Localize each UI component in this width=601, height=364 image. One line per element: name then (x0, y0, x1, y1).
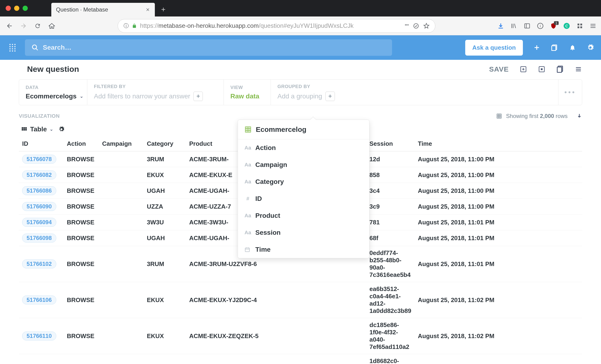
id-pill[interactable]: 51766098 (22, 233, 56, 243)
back-button[interactable] (5, 21, 14, 30)
bookmark-icon[interactable] (423, 23, 430, 29)
qb-view-section[interactable]: VIEW Raw data (224, 80, 271, 105)
table-row[interactable]: 51766110 BROWSE EKUX ACME-EKUX-ZEQZEK-5 … (19, 318, 582, 354)
download-icon[interactable] (577, 112, 582, 120)
browser-tab-active[interactable]: Question · Metabase (51, 3, 155, 17)
cell-action: BROWSE (63, 354, 99, 364)
id-pill[interactable]: 51766110 (22, 332, 56, 340)
tab-close-icon[interactable] (145, 7, 150, 12)
url-bar[interactable]: ⓘ https://metabase-on-heroku.herokuapp.c… (118, 19, 435, 33)
url-text: https://metabase-on-heroku.herokuapp.com… (140, 22, 401, 30)
menu-icon[interactable] (590, 23, 596, 29)
svg-point-22 (32, 45, 37, 49)
qb-filter-label: FILTERED BY (94, 84, 217, 89)
gear-icon[interactable] (586, 44, 594, 51)
qb-data-section[interactable]: DATA Ecommercelogs⌄ (19, 80, 87, 105)
popover-item-label: Session (255, 229, 280, 236)
svg-rect-31 (497, 114, 501, 118)
home-button[interactable] (47, 21, 57, 30)
metabase-logo-icon[interactable] (7, 42, 18, 53)
add-to-dashboard-icon[interactable] (520, 65, 527, 73)
new-tab-button[interactable]: + (158, 4, 169, 15)
cell-time: August 25, 2018, 11:00 PM (415, 152, 582, 167)
info-icon[interactable]: i (537, 23, 544, 29)
field-type-icon: Aa (244, 230, 251, 236)
popover-item[interactable]: #ID (238, 190, 369, 207)
ask-question-button[interactable]: Ask a question (465, 40, 523, 56)
chevron-down-icon: ⌄ (50, 127, 53, 132)
cell-time: August 25, 2018, 11:00 PM (415, 199, 582, 214)
svg-point-16 (10, 48, 10, 50)
popover-item[interactable]: AaCampaign (238, 156, 369, 173)
popover-title: Ecommercelog (256, 125, 306, 133)
popover-item[interactable]: AaAction (238, 139, 369, 156)
column-header-campaign[interactable]: Campaign (99, 136, 144, 152)
bell-icon[interactable] (569, 44, 577, 51)
add-grouping-button[interactable]: + (325, 91, 335, 101)
tab-bar: Question · Metabase + (51, 0, 169, 17)
window-close-button[interactable] (6, 6, 11, 11)
field-type-icon: # (244, 196, 251, 202)
popover-item[interactable]: Time (238, 241, 369, 258)
downloads-icon[interactable] (498, 23, 504, 29)
popover-item[interactable]: AaProduct (238, 207, 369, 224)
settings-gear-icon[interactable] (58, 126, 64, 132)
window-maximize-button[interactable] (23, 6, 28, 11)
cell-action: BROWSE (63, 199, 99, 214)
search-box[interactable] (25, 39, 392, 56)
cell-action: BROWSE (63, 167, 99, 183)
qb-filter-section: FILTERED BY Add filters to narrow your a… (87, 80, 224, 105)
visualization-type-picker[interactable]: Table ⌄ (21, 125, 53, 133)
history-icon[interactable] (556, 65, 564, 73)
save-button[interactable]: SAVE (489, 65, 509, 73)
id-pill[interactable]: 51766106 (22, 295, 56, 304)
id-pill[interactable]: 51766086 (22, 186, 56, 195)
search-input[interactable] (43, 44, 385, 51)
window-minimize-button[interactable] (14, 6, 19, 11)
qb-view-label: VIEW (230, 85, 264, 90)
cell-campaign (99, 318, 144, 354)
column-header-time[interactable]: Time (415, 136, 582, 152)
column-header-category[interactable]: Category (144, 136, 186, 152)
library-icon[interactable] (511, 23, 517, 29)
qb-more-button[interactable]: ••• (558, 80, 582, 105)
svg-rect-38 (25, 127, 27, 129)
id-pill[interactable]: 51766082 (22, 171, 56, 179)
grammarly-icon[interactable] (563, 23, 570, 29)
more-actions-icon[interactable]: ••• (405, 23, 409, 29)
add-filter-button[interactable]: + (193, 91, 203, 101)
column-header-action[interactable]: Action (63, 136, 99, 152)
popover-item-label: Action (255, 144, 276, 152)
cell-campaign (99, 282, 144, 318)
move-icon[interactable] (538, 65, 545, 73)
id-pill[interactable]: 51766078 (22, 155, 56, 164)
reader-mode-icon[interactable] (413, 23, 419, 29)
app-header: Ask a question (0, 35, 601, 60)
svg-rect-42 (245, 127, 251, 132)
question-title: New question (27, 64, 79, 74)
table-row[interactable]: 51766114 BROWSE UZZA ACME-UZZA-6ADNUG-4 … (19, 354, 582, 364)
ublock-icon[interactable]: 1 (550, 23, 557, 29)
svg-rect-40 (23, 129, 25, 131)
apps-icon[interactable] (577, 23, 583, 29)
svg-rect-9 (580, 26, 582, 28)
add-icon[interactable] (533, 44, 541, 51)
id-pill[interactable]: 51766102 (22, 260, 56, 268)
collections-icon[interactable] (551, 44, 559, 51)
qb-group-placeholder: Add a grouping (277, 92, 322, 100)
table-icon (21, 126, 27, 132)
forward-button[interactable] (19, 21, 28, 30)
column-header-id[interactable]: ID (19, 136, 63, 152)
popover-item[interactable]: AaSession (238, 224, 369, 241)
site-info-icon[interactable]: ⓘ (123, 22, 129, 30)
sidebar-icon[interactable] (524, 23, 531, 29)
svg-rect-6 (578, 24, 579, 25)
svg-rect-47 (245, 248, 250, 252)
more-icon[interactable] (575, 65, 582, 73)
id-pill[interactable]: 51766090 (22, 202, 56, 211)
popover-item[interactable]: AaCategory (238, 173, 369, 190)
id-pill[interactable]: 51766094 (22, 218, 56, 227)
table-row[interactable]: 51766106 BROWSE EKUX ACME-EKUX-YJ2D9C-4 … (19, 282, 582, 318)
reload-button[interactable] (33, 21, 42, 30)
cell-campaign (99, 214, 144, 230)
